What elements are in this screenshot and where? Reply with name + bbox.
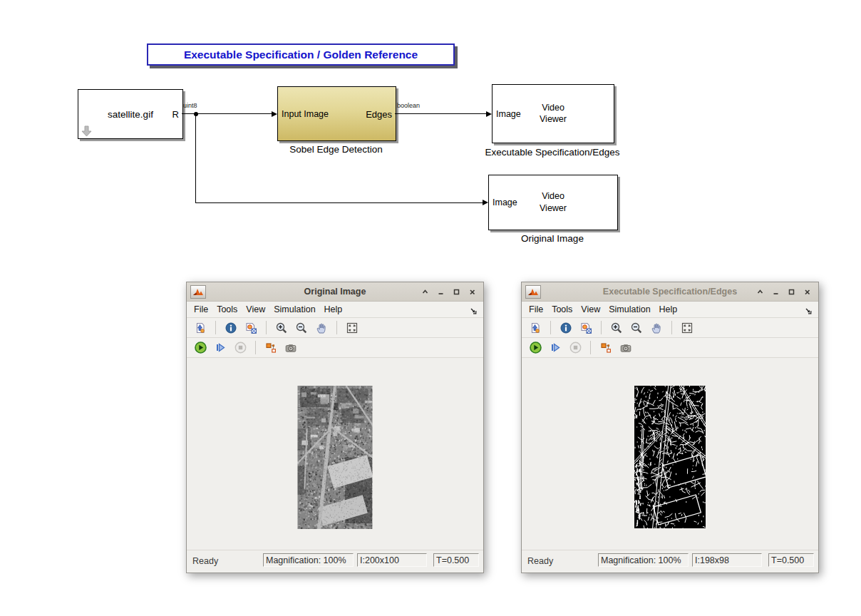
statusbar-edges: Ready Magnification: 100% I:198x98 T=0.5…: [522, 550, 818, 573]
pixel-region-icon[interactable]: [578, 320, 594, 336]
close-icon[interactable]: [468, 287, 477, 297]
viewer-display-area-edges: [522, 358, 818, 550]
block-video-viewer-original[interactable]: Image Video Viewer: [488, 175, 618, 230]
block-video-viewer-edges[interactable]: Image Video Viewer: [492, 84, 614, 143]
playback-toolbar-edges: [522, 338, 818, 358]
arrowhead-original-viewer-input: [483, 200, 488, 205]
zoom-in-icon[interactable]: [609, 320, 624, 336]
window-edges: Executable Specification/Edges File Tool…: [521, 282, 819, 573]
menu-simulation[interactable]: Simulation: [609, 304, 650, 314]
menu-file[interactable]: File: [194, 304, 208, 314]
block-label-viewer-original: Original Image: [488, 233, 617, 244]
status-ready: Ready: [527, 556, 553, 566]
step-forward-icon[interactable]: [212, 340, 228, 356]
menu-tools[interactable]: Tools: [552, 304, 572, 314]
signal-type-label-boolean: boolean: [397, 102, 420, 109]
zoom-in-icon[interactable]: [274, 320, 289, 336]
zoom-out-icon[interactable]: [629, 320, 644, 336]
block-label-sobel: Sobel Edge Detection: [277, 144, 395, 155]
toolbar-separator: [601, 321, 602, 334]
gray-down-arrow-icon: [81, 125, 92, 137]
arrowhead-edges-viewer-input: [486, 111, 492, 117]
titlebar-edges[interactable]: Executable Specification/Edges: [522, 282, 818, 302]
dock-icon[interactable]: [805, 305, 813, 318]
playback-toolbar-original: [187, 338, 483, 358]
pixel-region-icon[interactable]: [243, 320, 259, 336]
pan-icon[interactable]: [649, 320, 664, 336]
toolbar-separator: [590, 341, 591, 354]
block-video-viewer-edges-text: Video Viewer: [493, 102, 614, 126]
snapshot-camera-icon[interactable]: [618, 340, 634, 356]
status-ready: Ready: [192, 556, 218, 566]
port-label-input-image: Input Image: [282, 109, 329, 119]
stop-icon[interactable]: [567, 340, 583, 356]
minimize-icon[interactable]: [436, 287, 445, 297]
toolbar-separator: [336, 321, 337, 334]
run-icon[interactable]: [527, 340, 543, 356]
signal-line-branch-vertical[interactable]: [195, 114, 196, 202]
signal-type-label-uint8: uint8: [183, 102, 197, 109]
block-label-viewer-edges: Executable Specification/Edges: [445, 147, 659, 158]
step-forward-icon[interactable]: [547, 340, 563, 356]
status-magnification: Magnification: 100%: [598, 553, 689, 567]
run-icon[interactable]: [192, 340, 208, 356]
maintain-fit-to-window-icon[interactable]: [344, 320, 360, 336]
dock-icon[interactable]: [470, 305, 478, 318]
toolbar-separator: [671, 321, 672, 334]
block-satellite-name: satellite.gif: [78, 90, 182, 138]
arrowhead-sobel-input: [272, 111, 277, 117]
signal-line-sobel-to-edges-viewer[interactable]: [395, 113, 486, 114]
close-icon[interactable]: [803, 287, 812, 297]
menu-file[interactable]: File: [529, 304, 543, 314]
toolbar-separator: [255, 341, 256, 354]
export-figure-icon[interactable]: [192, 320, 208, 336]
window-original-image: Original Image File Tools View Simulatio…: [186, 282, 484, 573]
menu-view[interactable]: View: [246, 304, 265, 314]
statusbar-original: Ready Magnification: 100% I:200x100 T=0.…: [187, 550, 483, 573]
menu-simulation[interactable]: Simulation: [274, 304, 315, 314]
toolbar-separator: [215, 321, 216, 334]
menu-help[interactable]: Help: [659, 304, 678, 314]
collapse-icon[interactable]: [756, 287, 765, 297]
highlight-simulink-block-icon[interactable]: [598, 340, 614, 356]
status-magnification: Magnification: 100%: [263, 553, 354, 567]
viewer-display-area-original: [187, 358, 483, 550]
video-information-icon[interactable]: [223, 320, 239, 336]
menu-help[interactable]: Help: [324, 304, 343, 314]
status-frame-size: I:200x100: [357, 553, 427, 567]
video-frame-edges-image: [634, 386, 706, 528]
port-label-edges: Edges: [366, 108, 392, 119]
menubar-original: File Tools View Simulation Help: [187, 302, 483, 318]
annotation-title-box[interactable]: Executable Specification / Golden Refere…: [147, 43, 455, 66]
video-frame-original-image: [298, 386, 373, 529]
menu-tools[interactable]: Tools: [217, 304, 237, 314]
minimize-icon[interactable]: [771, 287, 780, 297]
zoom-out-icon[interactable]: [294, 320, 309, 336]
pan-icon[interactable]: [314, 320, 329, 336]
status-frame-size: I:198x98: [692, 553, 762, 567]
toolbar-separator: [550, 321, 551, 334]
status-sim-time: T=0.500: [433, 553, 479, 567]
viewer-toolbar-original: [187, 318, 483, 338]
maximize-icon[interactable]: [452, 287, 461, 297]
maximize-icon[interactable]: [787, 287, 796, 297]
stop-icon[interactable]: [232, 340, 248, 356]
collapse-icon[interactable]: [421, 287, 430, 297]
port-label-r: R: [172, 109, 179, 120]
block-satellite-source[interactable]: satellite.gif R: [78, 89, 183, 139]
viewer-toolbar-edges: [522, 318, 818, 338]
status-sim-time: T=0.500: [768, 553, 814, 567]
toolbar-separator: [266, 321, 267, 334]
menubar-edges: File Tools View Simulation Help: [522, 302, 818, 318]
export-figure-icon[interactable]: [527, 320, 543, 336]
highlight-simulink-block-icon[interactable]: [263, 340, 279, 356]
titlebar-original[interactable]: Original Image: [187, 282, 483, 302]
maintain-fit-to-window-icon[interactable]: [679, 320, 695, 336]
snapshot-camera-icon[interactable]: [283, 340, 299, 356]
video-information-icon[interactable]: [558, 320, 574, 336]
menu-view[interactable]: View: [581, 304, 600, 314]
signal-line-to-original-viewer[interactable]: [195, 202, 483, 203]
annotation-title-text: Executable Specification / Golden Refere…: [184, 48, 418, 61]
block-sobel-edge-detection[interactable]: Input Image Edges: [277, 86, 396, 141]
block-video-viewer-original-text: Video Viewer: [489, 190, 617, 215]
